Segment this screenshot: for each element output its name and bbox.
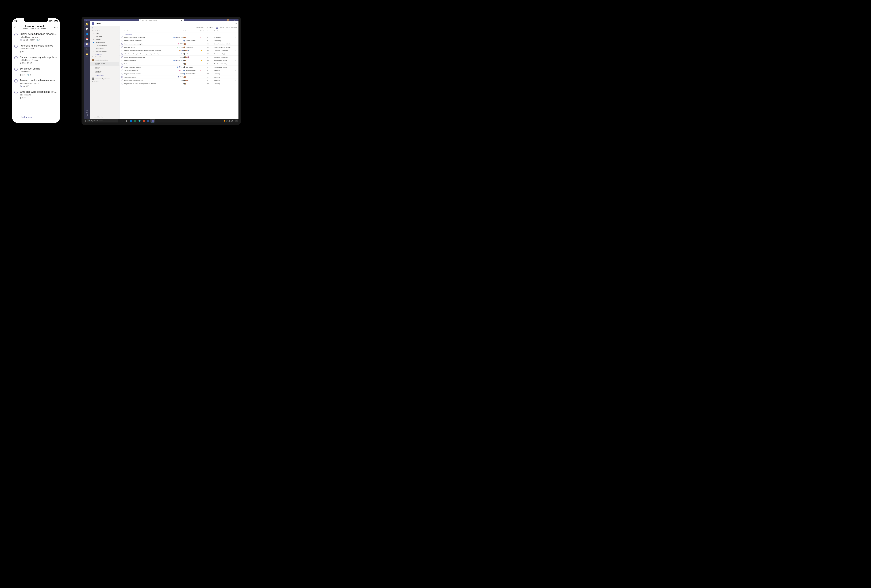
row-more-button[interactable]: ⋯ bbox=[234, 60, 237, 61]
sidebar-training[interactable]: ☰Training Materials bbox=[90, 44, 119, 47]
col-assigned[interactable]: Assigned to bbox=[183, 30, 201, 32]
row-more-button[interactable]: ⋯ bbox=[234, 46, 237, 48]
team-fourth-coffee[interactable]: Fourth Coffee Store bbox=[90, 58, 119, 62]
col-due[interactable]: Due bbox=[207, 30, 214, 32]
tab-schedule[interactable]: Schedule bbox=[231, 26, 237, 28]
task-checkbox[interactable] bbox=[14, 79, 18, 82]
rail-tasks[interactable]: 📋Tasks bbox=[84, 42, 90, 47]
task-checkbox[interactable] bbox=[121, 73, 123, 75]
excel-app[interactable] bbox=[133, 119, 137, 123]
back-button[interactable]: ‹ bbox=[14, 25, 15, 30]
task-row[interactable]: Design brand assets☰ 1/4 8/1 Marketing ⋯ bbox=[120, 75, 238, 79]
task-row[interactable]: Choose customer goods suppliers☰ 2/6 7/2… bbox=[120, 42, 238, 46]
task-row[interactable]: Write job descriptions☰ 2/4📎2 🔔 5/10 Rec… bbox=[120, 59, 238, 62]
task-checkbox[interactable] bbox=[121, 53, 123, 55]
row-more-button[interactable]: ⋯ bbox=[234, 83, 237, 85]
app-more-button[interactable]: ⋯ bbox=[235, 22, 237, 24]
task-item[interactable]: Write side work descriptions for op…Idri… bbox=[12, 89, 60, 100]
task-checkbox[interactable] bbox=[121, 83, 123, 84]
row-more-button[interactable]: ⋯ bbox=[234, 66, 237, 68]
task-row[interactable]: Submit permit drawings for approval☰ 0/2… bbox=[120, 36, 238, 39]
edge-app[interactable] bbox=[137, 119, 142, 123]
task-checkbox[interactable] bbox=[121, 43, 123, 45]
hidden-plans-link[interactable]: 2 hidden plans bbox=[90, 74, 119, 77]
task-checkbox[interactable] bbox=[121, 49, 123, 51]
rail-calls[interactable]: 📞Calls bbox=[84, 48, 90, 52]
add-task-button[interactable]: + Add a task bbox=[12, 113, 60, 121]
task-row[interactable]: Design content for Grand Opening adverti… bbox=[120, 82, 238, 85]
cortana-icon[interactable]: ○ bbox=[120, 119, 124, 123]
task-checkbox[interactable] bbox=[14, 67, 18, 71]
task-checkbox[interactable] bbox=[14, 91, 18, 94]
rail-files[interactable]: 📁Files bbox=[84, 52, 90, 57]
system-tray[interactable]: ^☁📶🔊 8:14 AM5/4/2020 20 bbox=[219, 120, 238, 122]
task-row[interactable]: Develop onboarding checklist📎1 Idris Ibr… bbox=[120, 66, 238, 69]
plan-location-launch[interactable]: Location LaunchGeneral bbox=[90, 62, 119, 66]
task-row[interactable]: Conduct interviews 8/3 Recruitment & Tra… bbox=[120, 62, 238, 66]
more-button[interactable]: ••• bbox=[54, 26, 58, 28]
sidebar-tasks[interactable]: ⌂Tasks bbox=[90, 32, 119, 35]
task-checkbox[interactable] bbox=[14, 45, 18, 48]
minimize-button[interactable]: — bbox=[230, 19, 233, 21]
task-row[interactable]: Purchase furniture and fixtures Revan Sa… bbox=[120, 39, 238, 42]
row-more-button[interactable]: ⋯ bbox=[234, 53, 237, 55]
task-checkbox[interactable] bbox=[121, 40, 123, 42]
start-button[interactable] bbox=[84, 119, 87, 123]
user-avatar[interactable] bbox=[227, 19, 229, 21]
task-row[interactable]: Research and purchase espresso machine, … bbox=[120, 49, 238, 52]
task-row[interactable]: Set product pricing📎1 Hollie Rees 8/15 C… bbox=[120, 46, 238, 49]
row-more-button[interactable]: ⋯ bbox=[234, 43, 237, 45]
sidebar-vacation[interactable]: ☰Vacation Planning bbox=[90, 50, 119, 53]
maximize-button[interactable]: ☐ bbox=[233, 19, 235, 21]
taskbar-search[interactable]: 🔍Type here to search bbox=[87, 119, 118, 123]
task-item[interactable]: Submit permit drawings for approvalHolli… bbox=[12, 31, 60, 42]
col-title[interactable]: Task title bbox=[124, 30, 183, 32]
row-more-button[interactable]: ⋯ bbox=[234, 76, 237, 78]
row-more-button[interactable]: ⋯ bbox=[234, 69, 237, 72]
task-checkbox[interactable] bbox=[121, 56, 123, 58]
col-priority[interactable]: Priority bbox=[201, 30, 207, 32]
row-more-button[interactable]: ⋯ bbox=[234, 49, 237, 52]
task-item[interactable]: Choose customer goods suppliersHollie Re… bbox=[12, 54, 60, 66]
tab-boards[interactable]: Boards bbox=[220, 26, 224, 28]
task-checkbox[interactable] bbox=[121, 69, 123, 71]
rail-teams[interactable]: 👥Teams bbox=[84, 32, 90, 37]
sidebar-important[interactable]: !Important bbox=[90, 35, 119, 38]
task-item[interactable]: Purchase furniture and fixturesRevan Sas… bbox=[12, 42, 60, 54]
add-task-row[interactable]: +Add a task bbox=[120, 33, 238, 36]
task-item[interactable]: Set product pricingHollie Rees▦ 8/15📎 1 bbox=[12, 66, 60, 77]
hidden-teams[interactable]: Hidden teams bbox=[90, 81, 119, 83]
task-checkbox[interactable] bbox=[121, 63, 123, 64]
sidebar-assigned[interactable]: 👤Assigned to me bbox=[90, 41, 119, 44]
rail-store[interactable]: ⊞Store bbox=[84, 109, 90, 114]
command-search[interactable]: 🔍Search or type a command 🎤 bbox=[139, 19, 184, 21]
col-bucket[interactable]: Bucket ↓ bbox=[214, 30, 234, 32]
more-lists-link[interactable]: 3 more lists bbox=[90, 53, 119, 56]
task-row[interactable]: Develop workflow based on floorplan☰ 2/3… bbox=[120, 55, 238, 59]
tab-list[interactable]: List bbox=[216, 26, 218, 28]
task-checkbox[interactable] bbox=[121, 66, 123, 68]
rail-help[interactable]: ⓘHelp bbox=[84, 114, 90, 118]
new-list-button[interactable]: +New list or plan bbox=[90, 115, 119, 119]
row-more-button[interactable]: ⋯ bbox=[234, 73, 237, 75]
task-checkbox[interactable] bbox=[14, 56, 18, 60]
powerpoint-app[interactable] bbox=[142, 119, 146, 123]
task-item[interactable]: Research and purchase espresso…Idris Ibr… bbox=[12, 77, 60, 89]
close-button[interactable]: ✕ bbox=[235, 19, 238, 21]
task-checkbox[interactable] bbox=[121, 79, 123, 81]
task-view-icon[interactable]: ◫ bbox=[124, 119, 129, 123]
teams-app[interactable] bbox=[150, 119, 155, 123]
task-row[interactable]: Design social media presence☰ 0/3 Revan … bbox=[120, 72, 238, 75]
sidebar-side-projects[interactable]: ☰Side Projects bbox=[90, 47, 119, 50]
task-row[interactable]: Choose website designer Revan Sasidhan !… bbox=[120, 69, 238, 72]
row-more-button[interactable]: ⋯ bbox=[234, 36, 237, 38]
row-more-button[interactable]: ⋯ bbox=[234, 40, 237, 42]
rail-activity[interactable]: 🔔Activity bbox=[84, 22, 90, 27]
team-customer-exp[interactable]: Customer Experiences bbox=[90, 77, 119, 81]
task-checkbox[interactable] bbox=[121, 76, 123, 78]
outlook-app[interactable] bbox=[129, 119, 133, 123]
home-indicator[interactable] bbox=[27, 121, 45, 122]
task-checkbox[interactable] bbox=[121, 60, 123, 61]
task-checkbox[interactable] bbox=[14, 33, 18, 36]
task-checkbox[interactable] bbox=[121, 46, 123, 48]
